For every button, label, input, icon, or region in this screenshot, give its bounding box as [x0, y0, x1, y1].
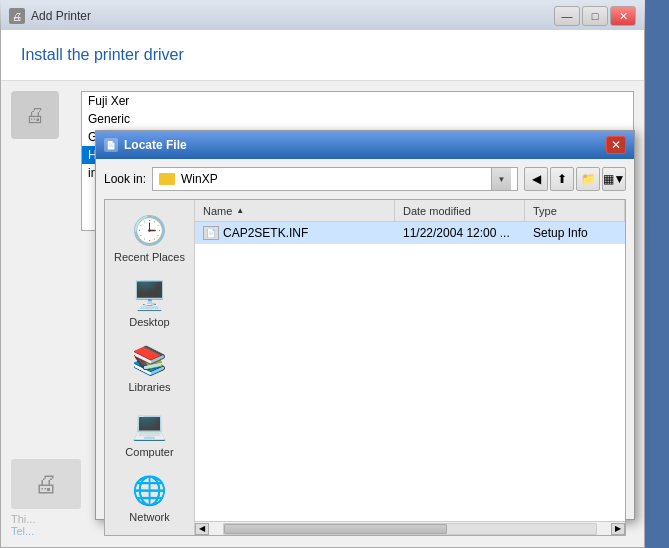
- sidebar-item-network[interactable]: 🌐 Network: [110, 468, 190, 527]
- file-cell-type: Setup Info: [529, 226, 621, 240]
- hscroll-right-button[interactable]: ▶: [611, 523, 625, 535]
- column-header-name[interactable]: Name ▲: [195, 200, 395, 221]
- minimize-button[interactable]: —: [554, 6, 580, 26]
- add-printer-title: Add Printer: [31, 9, 91, 23]
- sidebar-item-computer[interactable]: 💻 Computer: [110, 403, 190, 462]
- desktop-icon: 🖥️: [130, 277, 170, 313]
- close-button[interactable]: ✕: [610, 6, 636, 26]
- recent-places-icon: 🕒: [130, 212, 170, 248]
- file-cell-name: 📄 CAP2SETK.INF: [199, 226, 399, 240]
- file-list-area: Name ▲ Date modified Type 📄 CAP2SETK.: [195, 200, 625, 535]
- column-header-type[interactable]: Type: [525, 200, 625, 221]
- file-icon: 📄: [203, 226, 219, 240]
- look-in-combo[interactable]: WinXP ▼: [152, 167, 518, 191]
- file-list-header: Name ▲ Date modified Type: [195, 200, 625, 222]
- add-printer-header: Install the printer driver: [1, 30, 644, 81]
- sidebar-item-network-label: Network: [129, 511, 169, 523]
- look-in-combo-arrow[interactable]: ▼: [491, 168, 511, 190]
- hscroll-left-button[interactable]: ◀: [195, 523, 209, 535]
- add-printer-window-icon: 🖨: [9, 8, 25, 24]
- list-item[interactable]: Fuji Xer: [82, 92, 633, 110]
- column-header-date[interactable]: Date modified: [395, 200, 525, 221]
- sidebar-item-libraries[interactable]: 📚 Libraries: [110, 338, 190, 397]
- up-button[interactable]: ⬆: [550, 167, 574, 191]
- folder-icon: [159, 173, 175, 185]
- maximize-button[interactable]: □: [582, 6, 608, 26]
- file-list[interactable]: 📄 CAP2SETK.INF 11/22/2004 12:00 ... Setu…: [195, 222, 625, 521]
- locate-dialog-title: Locate File: [124, 138, 600, 152]
- hscroll-track[interactable]: [223, 523, 597, 535]
- sidebar-item-desktop-label: Desktop: [129, 316, 169, 328]
- computer-icon: 💻: [130, 407, 170, 443]
- locate-file-dialog: 📄 Locate File ✕ Look in: WinXP ▼ ◀ ⬆ 📁 ▦…: [95, 130, 635, 520]
- add-printer-titlebar: 🖨 Add Printer — □ ✕: [1, 2, 644, 30]
- add-printer-window-controls: — □ ✕: [554, 6, 636, 26]
- look-in-row: Look in: WinXP ▼ ◀ ⬆ 📁 ▦▼: [104, 167, 626, 191]
- horizontal-scrollbar[interactable]: ◀ ▶: [195, 521, 625, 535]
- sidebar-item-recent-places-label: Recent Places: [114, 251, 185, 263]
- hscroll-thumb[interactable]: [224, 524, 447, 534]
- libraries-icon: 📚: [130, 342, 170, 378]
- sidebar-nav: 🕒 Recent Places 🖥️ Desktop 📚 Libraries 💻…: [105, 200, 195, 535]
- network-icon: 🌐: [130, 472, 170, 508]
- printer-icon: 🖨: [11, 91, 59, 139]
- view-button[interactable]: ▦▼: [602, 167, 626, 191]
- sort-arrow-icon: ▲: [236, 206, 244, 215]
- bottom-form: File name: CAP2SETK.INF ▼ Open Files of …: [104, 544, 626, 548]
- look-in-label: Look in:: [104, 172, 146, 186]
- file-row[interactable]: 📄 CAP2SETK.INF 11/22/2004 12:00 ... Setu…: [195, 222, 625, 244]
- file-area: 🕒 Recent Places 🖥️ Desktop 📚 Libraries 💻…: [104, 199, 626, 536]
- sidebar-item-libraries-label: Libraries: [128, 381, 170, 393]
- new-folder-button[interactable]: 📁: [576, 167, 600, 191]
- list-item[interactable]: Generic: [82, 110, 633, 128]
- locate-dialog-icon: 📄: [104, 138, 118, 152]
- back-button[interactable]: ◀: [524, 167, 548, 191]
- locate-close-button[interactable]: ✕: [606, 136, 626, 154]
- locate-dialog-titlebar: 📄 Locate File ✕: [96, 131, 634, 159]
- toolbar-buttons: ◀ ⬆ 📁 ▦▼: [524, 167, 626, 191]
- sidebar-item-recent-places[interactable]: 🕒 Recent Places: [110, 208, 190, 267]
- sidebar-item-desktop[interactable]: 🖥️ Desktop: [110, 273, 190, 332]
- locate-dialog-body: Look in: WinXP ▼ ◀ ⬆ 📁 ▦▼ 🕒 Recent Place…: [96, 159, 634, 548]
- sidebar-item-computer-label: Computer: [125, 446, 173, 458]
- bottom-printer-graphic: 🖨 Thi...Tel...: [11, 459, 81, 537]
- page-title: Install the printer driver: [21, 46, 624, 64]
- look-in-value: WinXP: [181, 172, 218, 186]
- file-cell-date: 11/22/2004 12:00 ...: [399, 226, 529, 240]
- printer-icon-area: 🖨: [11, 91, 71, 231]
